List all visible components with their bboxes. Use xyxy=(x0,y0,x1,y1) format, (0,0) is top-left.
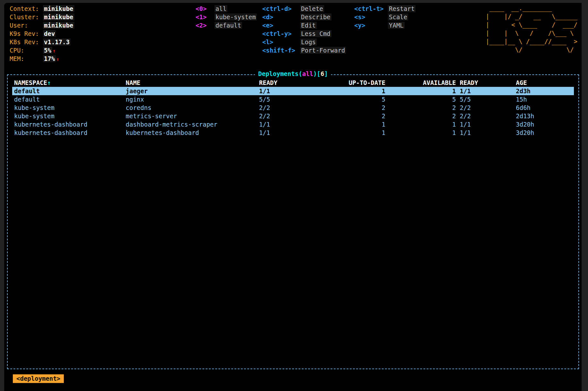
table-rows: defaultjaeger1/1111/12d3hdefaultnginx5/5… xyxy=(12,87,574,137)
cell-name: coredns xyxy=(126,104,259,112)
cell-namespace: kubernetes-dashboard xyxy=(14,120,126,129)
namespace-hotkey-label: kube-system xyxy=(214,13,257,21)
cluster-info-row: MEM:17%↑ xyxy=(10,54,74,63)
cluster-info-label: MEM: xyxy=(10,54,43,63)
menu-hotkey-label: Edit xyxy=(300,22,317,29)
menu-hotkeys-col1: <ctrl-d>Delete<d>Describe<e>Edit<ctrl-y>… xyxy=(262,4,346,54)
panel-title-paren-close: ) xyxy=(313,70,317,77)
cell-available: 2 xyxy=(385,104,456,112)
menu-hotkey-label: Delete xyxy=(300,5,324,12)
deployment-row[interactable]: kubernetes-dashboardkubernetes-dashboard… xyxy=(12,129,574,137)
cell-name: dashboard-metrics-scraper xyxy=(126,120,259,129)
cell-name: metrics-server xyxy=(126,112,259,120)
panel-title-count: 6 xyxy=(321,70,324,77)
deployment-row[interactable]: kubernetes-dashboarddashboard-metrics-sc… xyxy=(12,120,574,129)
cell-up-to-date: 2 xyxy=(321,104,385,112)
cluster-info-label: CPU: xyxy=(10,46,43,54)
menu-hotkey-key: <ctrl-t> xyxy=(354,4,388,13)
cell-ready: 1/1 xyxy=(259,120,321,129)
cell-namespace: kube-system xyxy=(14,104,126,112)
cluster-info-label: User: xyxy=(10,21,43,29)
cell-available: 5 xyxy=(385,95,456,104)
menu-hotkey[interactable]: <shift-f>Port-Forward xyxy=(262,46,346,54)
menu-hotkey-label: Describe xyxy=(300,13,332,21)
cell-available: 1 xyxy=(385,120,456,129)
menu-hotkey-key: <e> xyxy=(262,21,300,29)
cell-age: 6d6h xyxy=(516,104,574,112)
cluster-info-value: minikube xyxy=(43,22,74,29)
cluster-info-row: K9s Rev:dev xyxy=(10,29,74,38)
breadcrumb-deployment[interactable]: <deployment> xyxy=(13,374,64,383)
cell-namespace: kube-system xyxy=(14,112,126,120)
namespace-hotkey[interactable]: <0>all xyxy=(196,4,257,13)
cell-age: 2d13h xyxy=(516,112,574,120)
menu-hotkey-key: <y> xyxy=(354,21,388,29)
namespace-hotkeys: <0>all<1>kube-system<2>default xyxy=(196,4,257,29)
cell-ready: 2/2 xyxy=(456,104,516,112)
cluster-info-value: dev xyxy=(43,30,56,37)
menu-hotkey-key: <ctrl-d> xyxy=(262,4,300,13)
cell-ready: 5/5 xyxy=(259,95,321,104)
column-header: READY xyxy=(259,79,321,87)
cluster-info-value: 17% xyxy=(43,55,56,62)
deployment-row[interactable]: kube-systemmetrics-server2/2222/22d13h xyxy=(12,112,574,120)
menu-hotkey[interactable]: <ctrl-t>Restart xyxy=(354,4,416,13)
cluster-info-row: Cluster:minikube xyxy=(10,13,74,21)
menu-hotkey[interactable]: <ctrl-y>Less Cmd xyxy=(262,29,346,38)
deployment-row[interactable]: defaultnginx5/5555/515h xyxy=(12,95,574,104)
column-header: NAMESPACE↑ xyxy=(14,79,126,87)
cell-up-to-date: 1 xyxy=(321,129,385,137)
cell-name: kubernetes-dashboard xyxy=(126,129,259,137)
cell-name: nginx xyxy=(126,95,259,104)
cell-ready: 2/2 xyxy=(259,104,321,112)
cell-available: 1 xyxy=(385,129,456,137)
column-header: UP-TO-DATE xyxy=(321,79,385,87)
column-header: AGE xyxy=(516,79,574,87)
cluster-info-value: minikube xyxy=(43,5,74,12)
menu-hotkey-label: Restart xyxy=(388,5,416,12)
menu-hotkey[interactable]: <y>YAML xyxy=(354,21,416,29)
cell-up-to-date: 5 xyxy=(321,95,385,104)
deployment-row[interactable]: kube-systemcoredns2/2222/26d6h xyxy=(12,104,574,112)
k9s-logo: ____ __.________ | |/ _/ __ \______ | < … xyxy=(486,4,577,54)
menu-hotkey[interactable]: <ctrl-d>Delete xyxy=(262,4,346,13)
panel-title: Deployments(all)[6] xyxy=(255,70,331,77)
menu-hotkey[interactable]: <d>Describe xyxy=(262,13,346,21)
cluster-info-row: CPU:5%↑ xyxy=(10,46,74,54)
menu-hotkey[interactable]: <e>Edit xyxy=(262,21,346,29)
trend-up-icon: ↑ xyxy=(56,56,59,62)
cell-namespace: default xyxy=(14,95,126,104)
panel-title-scope: all xyxy=(302,70,313,77)
menu-hotkey-key: <ctrl-y> xyxy=(262,29,300,38)
menu-hotkey-label: Less Cmd xyxy=(300,30,332,37)
cluster-info-row: User:minikube xyxy=(10,21,74,29)
cell-ready: 1/1 xyxy=(259,87,321,95)
deployment-row[interactable]: defaultjaeger1/1111/12d3h xyxy=(12,87,574,95)
menu-hotkey-label: YAML xyxy=(388,22,405,29)
column-header: NAME xyxy=(126,79,259,87)
cluster-info-label: Cluster: xyxy=(10,13,43,21)
namespace-hotkey[interactable]: <2>default xyxy=(196,21,257,29)
menu-hotkey-key: <l> xyxy=(262,38,300,46)
namespace-hotkey-label: all xyxy=(214,5,227,12)
menu-hotkey-label: Logs xyxy=(300,38,317,46)
cell-ready: 2/2 xyxy=(259,112,321,120)
cell-ready: 1/1 xyxy=(456,129,516,137)
deployments-table: NAMESPACE↑NAMEREADYUP-TO-DATEAVAILABLERE… xyxy=(8,75,578,137)
cell-up-to-date: 1 xyxy=(321,120,385,129)
cluster-info-value: minikube xyxy=(43,13,74,21)
menu-hotkey-label: Scale xyxy=(388,13,408,21)
trend-up-icon: ↑ xyxy=(53,48,55,54)
menu-hotkey-key: <shift-f> xyxy=(262,46,300,54)
cluster-info-label: K9s Rev: xyxy=(10,29,43,38)
panel-title-resource: Deployments xyxy=(258,70,298,77)
k9s-terminal: Context:minikubeCluster:minikubeUser:min… xyxy=(4,3,582,391)
menu-hotkey-label: Port-Forward xyxy=(300,47,346,54)
cell-namespace: default xyxy=(14,87,126,95)
cell-available: 2 xyxy=(385,112,456,120)
namespace-hotkey[interactable]: <1>kube-system xyxy=(196,13,257,21)
cell-ready: 1/1 xyxy=(456,87,516,95)
menu-hotkey[interactable]: <s>Scale xyxy=(354,13,416,21)
menu-hotkey[interactable]: <l>Logs xyxy=(262,38,346,46)
cell-age: 2d3h xyxy=(516,87,574,95)
